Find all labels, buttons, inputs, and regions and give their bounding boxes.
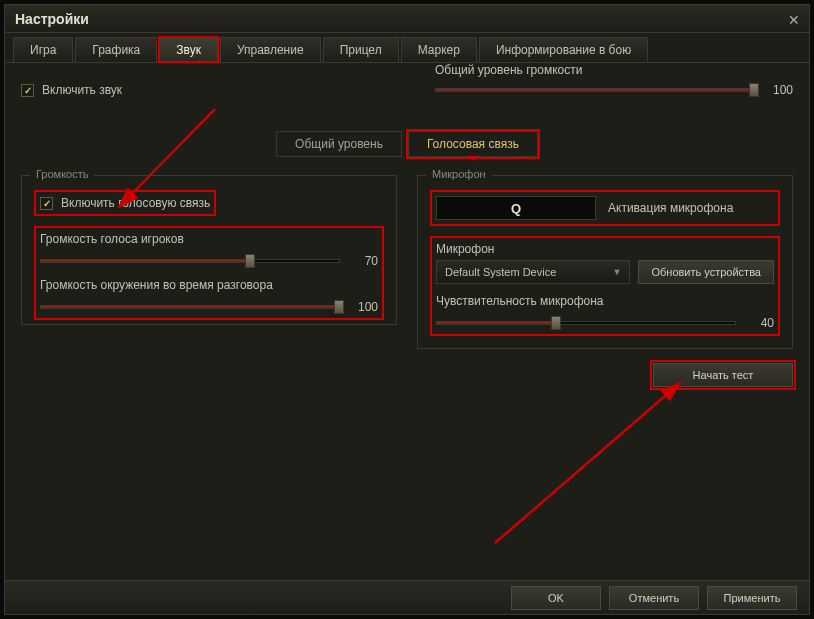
master-volume-value: 100	[765, 83, 793, 97]
slider-thumb[interactable]	[334, 300, 344, 314]
cancel-button[interactable]: Отменить	[609, 586, 699, 610]
player-voice-label: Громкость голоса игроков	[40, 232, 378, 246]
settings-window: Настройки ✕ Игра Графика Звук Управление…	[4, 4, 810, 615]
player-voice-slider[interactable]: 70	[40, 254, 378, 268]
slider-track[interactable]	[40, 305, 340, 309]
svg-line-1	[495, 383, 680, 543]
tab-reticle[interactable]: Прицел	[323, 37, 399, 62]
ambient-label: Громкость окружения во время разговора	[40, 278, 378, 292]
player-voice-value: 70	[350, 254, 378, 268]
enable-sound-checkbox[interactable]	[21, 84, 34, 97]
slider-fill	[41, 306, 339, 308]
subtab-bar: Общий уровень Голосовая связь	[21, 131, 793, 157]
columns: Громкость Включить голосовую связь Громк…	[21, 175, 793, 387]
ambient-block: Громкость окружения во время разговора 1…	[40, 278, 378, 314]
annotation-arrow	[485, 373, 695, 553]
subtab-voice[interactable]: Голосовая связь	[408, 131, 538, 157]
slider-thumb[interactable]	[245, 254, 255, 268]
enable-voice-row: Включить голосовую связь	[40, 196, 210, 210]
titlebar: Настройки ✕	[5, 5, 809, 33]
mic-keybind-label: Активация микрофона	[608, 201, 733, 215]
tab-bar: Игра Графика Звук Управление Прицел Марк…	[5, 33, 809, 63]
keybind-highlight: Q Активация микрофона	[430, 190, 780, 226]
mic-device-selected: Default System Device	[445, 266, 556, 278]
right-column: Микрофон Q Активация микрофона Микрофон …	[417, 175, 793, 387]
tab-graphics[interactable]: Графика	[75, 37, 157, 62]
keybind-row: Q Активация микрофона	[436, 196, 774, 220]
footer: OK Отменить Применить	[5, 580, 809, 614]
enable-sound-label: Включить звук	[42, 83, 122, 97]
sensitivity-block: Чувствительность микрофона 40	[436, 294, 774, 330]
volume-sliders-highlight: Громкость голоса игроков 70 Громкость ок…	[34, 226, 384, 320]
player-voice-block: Громкость голоса игроков 70	[40, 232, 378, 268]
enable-voice-label: Включить голосовую связь	[61, 196, 210, 210]
mic-device-row: Default System Device ▼ Обновить устройс…	[436, 260, 774, 284]
slider-fill	[437, 322, 556, 324]
enable-voice-checkbox[interactable]	[40, 197, 53, 210]
sensitivity-value: 40	[746, 316, 774, 330]
ambient-value: 100	[350, 300, 378, 314]
content-area: Включить звук Общий уровень громкости 10…	[5, 63, 809, 573]
subtab-general[interactable]: Общий уровень	[276, 131, 402, 157]
volume-fieldset-title: Громкость	[30, 168, 94, 180]
ambient-slider[interactable]: 100	[40, 300, 378, 314]
slider-track[interactable]	[435, 88, 755, 92]
slider-track[interactable]	[40, 259, 340, 263]
master-volume-slider[interactable]: 100	[435, 83, 793, 97]
slider-fill	[436, 89, 754, 91]
tab-game[interactable]: Игра	[13, 37, 73, 62]
tab-controls[interactable]: Управление	[220, 37, 321, 62]
mic-fieldset-title: Микрофон	[426, 168, 492, 180]
tab-battle-info[interactable]: Информирование в бою	[479, 37, 648, 62]
sensitivity-label: Чувствительность микрофона	[436, 294, 774, 308]
master-volume-block: Общий уровень громкости 100	[435, 63, 793, 97]
slider-thumb[interactable]	[551, 316, 561, 330]
master-volume-label: Общий уровень громкости	[435, 63, 793, 77]
test-button-row: Начать тест	[417, 363, 793, 387]
mic-keybind-input[interactable]: Q	[436, 196, 596, 220]
slider-thumb[interactable]	[749, 83, 759, 97]
apply-button[interactable]: Применить	[707, 586, 797, 610]
volume-fieldset: Громкость Включить голосовую связь Громк…	[21, 175, 397, 325]
start-test-button[interactable]: Начать тест	[653, 363, 793, 387]
enable-voice-highlight: Включить голосовую связь	[34, 190, 216, 216]
ok-button[interactable]: OK	[511, 586, 601, 610]
slider-fill	[41, 260, 250, 262]
tab-marker[interactable]: Маркер	[401, 37, 477, 62]
slider-track[interactable]	[436, 321, 736, 325]
chevron-down-icon: ▼	[613, 267, 622, 277]
mic-fieldset: Микрофон Q Активация микрофона Микрофон …	[417, 175, 793, 349]
tab-sound[interactable]: Звук	[159, 37, 218, 62]
window-title: Настройки	[15, 11, 89, 27]
sensitivity-slider[interactable]: 40	[436, 316, 774, 330]
close-icon[interactable]: ✕	[785, 11, 803, 29]
refresh-devices-button[interactable]: Обновить устройства	[638, 260, 774, 284]
left-column: Громкость Включить голосовую связь Громк…	[21, 175, 397, 387]
mic-device-highlight: Микрофон Default System Device ▼ Обновит…	[430, 236, 780, 336]
mic-device-label: Микрофон	[436, 242, 774, 256]
mic-device-select[interactable]: Default System Device ▼	[436, 260, 630, 284]
